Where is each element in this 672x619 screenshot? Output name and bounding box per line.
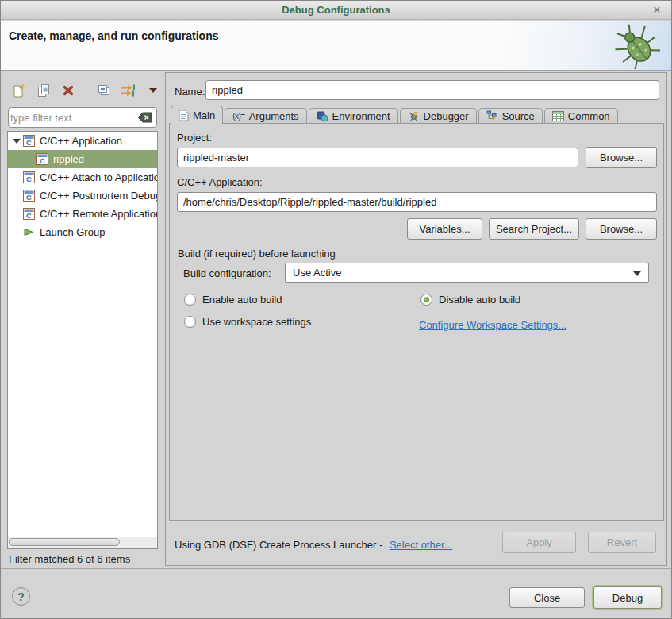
main-tab-icon [179,110,189,121]
window-close-icon[interactable]: ✕ [650,1,664,20]
header-banner: Create, manage, and run configurations [1,21,671,71]
tree-item-label: C/C++ Remote Application [40,208,157,220]
filter-field-container [8,107,157,128]
tab-main[interactable]: Main [171,106,223,124]
project-input[interactable] [177,148,578,167]
debugger-tab-icon [408,110,420,122]
launcher-text: Using GDB (DSF) Create Process Launcher … [175,539,382,551]
apply-button[interactable]: Apply [502,532,576,553]
radio-use-workspace-settings[interactable]: Use workspace settings [184,316,311,328]
build-configuration-value: Use Active [293,267,341,279]
new-document-icon [12,83,26,98]
window-title: Debug Configurations [282,4,390,16]
tab-label: Source [502,110,535,122]
expander-icon[interactable] [10,139,23,144]
tab-label: Main [193,110,215,121]
filter-input[interactable] [10,109,134,126]
tree-item-launch-group[interactable]: Launch Group [8,223,157,241]
application-path-input[interactable] [177,192,657,212]
debug-button[interactable]: Debug [593,586,662,609]
svg-text:C: C [26,193,32,202]
clear-filter-icon[interactable] [137,112,152,123]
c-application-icon: C [23,190,35,202]
scrollbar-thumb[interactable] [9,538,120,546]
tree-item-label: C/C++ Application [40,135,122,147]
duplicate-icon [36,83,51,98]
close-button[interactable]: Close [509,587,585,608]
debug-configurations-dialog: Debug Configurations ✕ Create, manage, a… [0,0,672,619]
revert-button[interactable]: Revert [588,532,656,553]
c-application-icon: C [23,208,35,220]
tree-item-cpp-postmortem[interactable]: C C/C++ Postmortem Debugger [8,186,157,205]
sidebar-toolbar [10,80,162,101]
tab-source[interactable]: Source [478,108,543,124]
build-configuration-label: Build configuration: [183,267,271,279]
combo-arrow-icon [633,271,641,276]
tab-label: Arguments [249,110,299,122]
tree-item-rippled[interactable]: C rippled [8,150,157,168]
tree-item-label: C/C++ Attach to Application [40,171,157,183]
radio-circle-icon[interactable] [184,294,196,306]
project-label: Project: [177,132,212,144]
new-configuration-button[interactable] [10,82,28,99]
environment-tab-icon [317,110,328,122]
debug-bug-icon [614,23,660,69]
c-application-icon: C [23,135,35,147]
tab-label: Environment [332,110,390,122]
help-button[interactable]: ? [12,587,30,606]
browse-project-button[interactable]: Browse... [586,147,657,168]
delete-configuration-button[interactable] [60,82,77,99]
select-other-launcher-link[interactable]: Select other... [390,539,453,551]
radio-circle-icon-checked[interactable] [420,294,432,306]
tree-item-cpp-remote[interactable]: C C/C++ Remote Application [8,205,157,223]
c-application-icon: C [36,153,48,165]
tree-item-label: Launch Group [40,226,105,238]
c-application-icon: C [23,171,35,183]
svg-text:C: C [26,211,32,220]
delete-x-icon [61,83,75,98]
tab-environment[interactable]: Environment [309,108,398,124]
page-title: Create, manage, and run configurations [9,29,219,42]
configuration-detail-panel: Name: Main (x)= Arguments Environment [165,72,667,566]
build-configuration-select[interactable]: Use Active [285,263,649,283]
filter-status-text: Filter matched 6 of 6 items [9,553,130,565]
radio-circle-icon[interactable] [184,316,196,328]
browse-application-button[interactable]: Browse... [586,218,657,240]
tree-item-cpp-attach[interactable]: C C/C++ Attach to Application [8,168,157,186]
radio-disable-auto-build[interactable]: Disable auto build [420,294,520,306]
name-input[interactable] [205,80,659,100]
dialog-button-bar: ? Close Debug [1,568,671,619]
main-tab-content: Project: Browse... C/C++ Application: Va… [169,123,664,521]
toolbar-menu-button[interactable] [144,82,162,99]
tree-item-label: rippled [53,153,84,165]
duplicate-configuration-button[interactable] [35,82,52,99]
tab-label: Common [568,110,610,122]
radio-enable-auto-build[interactable]: Enable auto build [184,294,282,306]
tree-horizontal-scrollbar[interactable] [7,537,158,548]
collapse-all-button[interactable] [95,82,113,99]
configure-workspace-settings-link[interactable]: Configure Workspace Settings... [419,319,566,331]
search-project-button[interactable]: Search Project... [489,218,579,240]
arguments-tab-icon: (x)= [232,112,245,121]
build-section-heading: Build (if required) before launching [178,248,336,260]
application-label: C/C++ Application: [177,176,263,188]
window-titlebar[interactable]: Debug Configurations ✕ [1,1,671,20]
tab-common[interactable]: Common [544,108,618,124]
source-tab-icon [486,110,498,122]
variables-button[interactable]: Variables... [407,218,482,240]
tab-arguments[interactable]: (x)= Arguments [225,108,306,124]
radio-label: Use workspace settings [202,316,311,328]
filter-launch-configurations-button[interactable] [120,82,137,99]
dropdown-arrow-icon [149,88,157,93]
tree-item-cpp-application[interactable]: C C/C++ Application [8,132,157,150]
name-label: Name: [175,86,205,98]
svg-text:C: C [40,156,45,165]
svg-text:C: C [26,138,32,147]
svg-text:C: C [26,175,32,183]
tab-label: Debugger [424,110,469,122]
configurations-tree: C C/C++ Application C rippled C C/C++ At… [7,131,158,549]
common-tab-icon [552,111,564,121]
tab-debugger[interactable]: Debugger [400,108,477,124]
tree-item-label: C/C++ Postmortem Debugger [40,190,157,202]
collapse-all-icon [97,83,111,98]
